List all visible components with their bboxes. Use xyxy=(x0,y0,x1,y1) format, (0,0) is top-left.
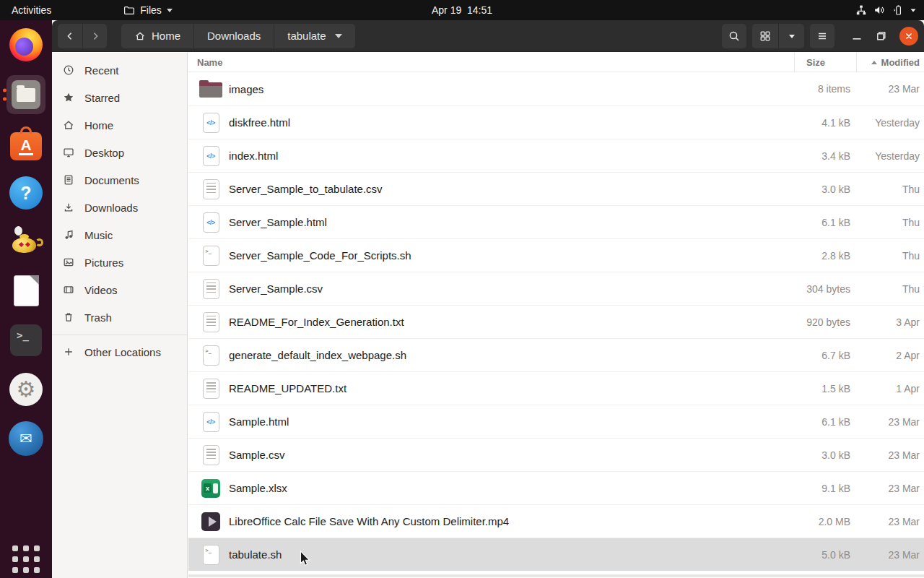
path-segment-home[interactable]: Home xyxy=(121,24,193,48)
close-button[interactable] xyxy=(899,27,918,46)
caret-down-icon xyxy=(335,34,342,38)
sidebar-list: Recent Starred Home Desktop Documents Do… xyxy=(52,56,187,331)
dock-item-ubuntu-software[interactable]: A xyxy=(0,127,52,160)
downloads-icon xyxy=(63,202,74,213)
text-file-icon xyxy=(199,312,222,332)
status-tray[interactable] xyxy=(855,4,917,16)
home-icon xyxy=(134,30,146,42)
file-row-readme-updated-txt[interactable]: README_UPDATED.txt 1.5 kB 1 Apr xyxy=(188,371,924,405)
file-row-tabulate-sh[interactable]: >_tabulate.sh 5.0 kB 23 Mar xyxy=(188,538,924,571)
column-header-modified[interactable]: Modified xyxy=(856,53,924,72)
file-size: 304 bytes xyxy=(794,283,856,295)
column-header-name[interactable]: Name xyxy=(188,57,794,68)
clock[interactable]: Apr 19 14:51 xyxy=(432,4,492,16)
dock-item-thunderbird[interactable]: ✉ xyxy=(0,421,52,456)
dock-item-files[interactable] xyxy=(0,75,52,114)
file-row-sample-csv[interactable]: Sample.csv 3.0 kB 23 Mar xyxy=(188,438,924,471)
file-row-libreoffice-calc-file-save-with-any-custom-delimiter-mp4[interactable]: LibreOffice Calc File Save With Any Cust… xyxy=(188,504,924,538)
grid-view-button[interactable] xyxy=(752,24,778,48)
back-button[interactable] xyxy=(58,24,82,48)
videos-icon xyxy=(63,284,74,296)
dock-item-libreoffice[interactable] xyxy=(0,275,52,306)
forward-button[interactable] xyxy=(82,24,107,48)
sidebar-item-other-locations[interactable]: Other Locations xyxy=(52,338,187,366)
sidebar-item-desktop[interactable]: Desktop xyxy=(52,139,187,166)
text-file-icon xyxy=(199,445,222,465)
file-size: 4.1 kB xyxy=(794,117,856,129)
restore-button[interactable] xyxy=(869,24,894,48)
sidebar-item-music[interactable]: Music xyxy=(52,221,187,249)
file-modified: 23 Mar xyxy=(856,449,924,461)
minimize-button[interactable] xyxy=(845,24,869,48)
path-segment-downloads[interactable]: Downloads xyxy=(193,24,274,48)
titlebar[interactable]: Home Downloads tabulate xyxy=(52,20,924,52)
file-size: 1.5 kB xyxy=(794,383,856,394)
search-button[interactable] xyxy=(722,24,746,48)
sidebar-item-home[interactable]: Home xyxy=(52,111,187,139)
file-row-readme-for-index-generation-txt[interactable]: README_For_Index_Generation.txt 920 byte… xyxy=(188,305,924,338)
sidebar-item-starred[interactable]: Starred xyxy=(52,84,187,111)
dock-item-lamp[interactable] xyxy=(0,225,52,259)
sidebar-other-locations: Other Locations xyxy=(52,338,187,366)
file-modified: Thu xyxy=(856,283,924,295)
file-size: 3.0 kB xyxy=(794,184,856,195)
dock-item-app-grid[interactable] xyxy=(0,538,52,573)
sidebar-item-pictures[interactable]: Pictures xyxy=(52,249,187,276)
file-row-server-sample-to-tabulate-csv[interactable]: Server_Sample_to_tabulate.csv 3.0 kB Thu xyxy=(188,172,924,205)
file-size: 6.7 kB xyxy=(794,350,856,361)
sidebar-item-trash[interactable]: Trash xyxy=(52,303,187,331)
path-segment-current[interactable]: tabulate xyxy=(274,24,354,48)
app-menu-button[interactable]: Files xyxy=(115,0,181,20)
file-modified: Thu xyxy=(856,217,924,228)
top-panel: Activities Files Apr 19 14:51 xyxy=(0,0,924,20)
sidebar-item-videos[interactable]: Videos xyxy=(52,276,187,303)
file-size: 2.0 MB xyxy=(794,516,856,527)
file-modified: 23 Mar xyxy=(856,483,924,494)
file-row-generate-default-index-webpage-sh[interactable]: >_generate_default_index_webpage.sh 6.7 … xyxy=(188,338,924,371)
running-indicator-dots xyxy=(3,89,6,101)
file-modified: Yesterday xyxy=(856,117,924,129)
file-size: 3.0 kB xyxy=(794,449,856,461)
home-icon xyxy=(63,119,74,131)
documents-icon xyxy=(63,174,74,186)
file-row-server-sample-html[interactable]: </>Server_Sample.html 6.1 kB Thu xyxy=(188,205,924,238)
activities-button[interactable]: Activities xyxy=(0,0,63,20)
sidebar-item-downloads[interactable]: Downloads xyxy=(52,194,187,221)
sidebar-separator xyxy=(52,335,187,335)
html-file-icon: </> xyxy=(199,412,222,432)
file-modified: 23 Mar xyxy=(856,416,924,428)
file-row-sample-html[interactable]: </>Sample.html 6.1 kB 23 Mar xyxy=(188,405,924,438)
file-pane: Name Size Modified images 8 items 23 Mar… xyxy=(188,53,924,578)
sidebar-item-documents[interactable]: Documents xyxy=(52,166,187,194)
file-row-server-sample-csv[interactable]: Server_Sample.csv 304 bytes Thu xyxy=(188,272,924,305)
caret-down-icon xyxy=(910,7,917,14)
file-modified: 2 Apr xyxy=(856,350,924,361)
file-row-index-html[interactable]: </>index.html 3.4 kB Yesterday xyxy=(188,139,924,172)
xlsx-file-icon: x xyxy=(199,479,222,498)
sidebar-item-recent[interactable]: Recent xyxy=(52,56,187,84)
path-bar: Home Downloads tabulate xyxy=(121,24,355,48)
script-file-icon: >_ xyxy=(199,246,222,266)
desktop-icon xyxy=(63,147,74,158)
column-header-size[interactable]: Size xyxy=(794,53,856,72)
file-modified: 23 Mar xyxy=(856,83,924,95)
file-row-diskfree-html[interactable]: </>diskfree.html 4.1 kB Yesterday xyxy=(188,105,924,139)
dock-item-settings[interactable]: ⚙ xyxy=(0,373,52,406)
view-options-button[interactable] xyxy=(778,24,804,48)
file-list: images 8 items 23 Mar </>diskfree.html 4… xyxy=(188,72,924,571)
html-file-icon: </> xyxy=(199,212,222,233)
hamburger-menu-button[interactable] xyxy=(810,24,834,48)
file-size: 920 bytes xyxy=(794,316,856,328)
file-row-server-sample-code-for-scripts-sh[interactable]: >_Server_Sample_Code_For_Scripts.sh 2.8 … xyxy=(188,238,924,272)
dock-item-terminal[interactable]: >_ xyxy=(0,324,52,356)
dock-item-help[interactable]: ? xyxy=(0,176,52,210)
files-window: Home Downloads tabulate xyxy=(52,20,924,578)
volume-icon xyxy=(873,4,885,16)
recent-icon xyxy=(63,64,74,76)
file-row-sample-xlsx[interactable]: xSample.xlsx 9.1 kB 23 Mar xyxy=(188,471,924,504)
file-row-images[interactable]: images 8 items 23 Mar xyxy=(188,72,924,105)
file-size: 3.4 kB xyxy=(794,150,856,162)
dock-item-firefox[interactable] xyxy=(0,28,52,61)
file-size: 8 items xyxy=(794,83,856,95)
file-modified: Thu xyxy=(856,250,924,262)
